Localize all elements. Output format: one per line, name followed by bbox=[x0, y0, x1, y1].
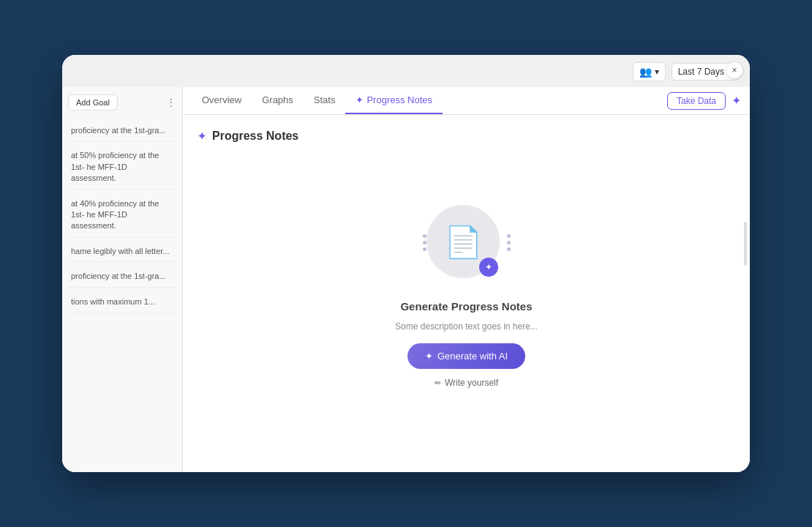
app-window: × 👥 ▾ Last 7 Days ▾ Add Goal ⋮ proficien… bbox=[62, 55, 750, 472]
pencil-icon: ✏ bbox=[435, 378, 441, 388]
dot bbox=[423, 234, 426, 238]
dots-right bbox=[507, 234, 511, 251]
empty-state-description: Some description text goes in here... bbox=[395, 321, 538, 332]
generate-with-ai-button[interactable]: ✦ Generate with AI bbox=[407, 343, 525, 369]
sparkle-badge: ✦ bbox=[479, 258, 498, 277]
generate-icon: ✦ bbox=[425, 351, 433, 362]
users-selector[interactable]: 👥 ▾ bbox=[633, 62, 666, 81]
more-options-icon[interactable]: ⋮ bbox=[166, 97, 176, 108]
scrollbar[interactable] bbox=[744, 222, 747, 266]
tab-progress-notes[interactable]: ✦Progress Notes bbox=[345, 87, 443, 114]
main-area: Add Goal ⋮ proficiency at the 1st-gra...… bbox=[62, 87, 750, 472]
list-item[interactable]: proficiency at the 1st-gra... bbox=[68, 121, 176, 141]
users-icon: 👥 bbox=[639, 66, 652, 78]
doc-circle: 📄 ✦ bbox=[426, 205, 500, 278]
dot bbox=[507, 241, 511, 244]
doc-illustration: 📄 ✦ bbox=[426, 205, 507, 285]
list-item[interactable]: at 40% proficiency at the 1st- he MFF-1D… bbox=[68, 194, 176, 237]
take-data-button[interactable]: Take Data bbox=[667, 92, 726, 110]
empty-state-title: Generate Progress Notes bbox=[400, 300, 532, 313]
tab-progress-notes-label: Progress Notes bbox=[366, 94, 432, 105]
content-body: ✦ Progress Notes 📄 ✦ bbox=[183, 115, 750, 472]
generate-label: Generate with AI bbox=[437, 351, 508, 362]
sparkle-action-button[interactable]: ✦ bbox=[732, 94, 741, 108]
section-title: ✦ Progress Notes bbox=[198, 130, 298, 143]
dot bbox=[423, 247, 426, 251]
sidebar: Add Goal ⋮ proficiency at the 1st-gra...… bbox=[62, 87, 183, 472]
close-button[interactable]: × bbox=[726, 62, 743, 78]
tab-stats[interactable]: Stats bbox=[304, 87, 346, 114]
content-area: Overview Graphs Stats ✦Progress Notes Ta… bbox=[183, 87, 750, 472]
sidebar-actions: Add Goal ⋮ bbox=[68, 94, 176, 111]
document-icon: 📄 bbox=[444, 224, 482, 260]
list-item[interactable]: proficiency at the 1st-gra... bbox=[68, 266, 176, 287]
date-filter-label: Last 7 Days bbox=[678, 67, 724, 77]
empty-state: 📄 ✦ Generate Progress Notes Some descrip… bbox=[198, 157, 735, 457]
section-sparkle-icon: ✦ bbox=[198, 130, 206, 142]
tab-overview[interactable]: Overview bbox=[192, 87, 252, 114]
dots-left bbox=[423, 234, 426, 251]
tab-graphs[interactable]: Graphs bbox=[252, 87, 304, 114]
section-title-text: Progress Notes bbox=[212, 130, 298, 143]
write-yourself-button[interactable]: ✏ Write yourself bbox=[435, 378, 498, 388]
dot bbox=[423, 241, 426, 244]
list-item[interactable]: tions with maximum 1... bbox=[68, 292, 176, 313]
list-item[interactable]: hame legibly with all letter... bbox=[68, 242, 176, 262]
write-yourself-label: Write yourself bbox=[445, 378, 498, 388]
dot bbox=[507, 234, 511, 238]
dot bbox=[507, 247, 511, 251]
tabs-right: Take Data ✦ bbox=[667, 92, 741, 110]
tab-progress-notes-icon: ✦ bbox=[356, 94, 364, 105]
users-dropdown-arrow: ▾ bbox=[655, 67, 659, 77]
add-goal-button[interactable]: Add Goal bbox=[68, 94, 118, 111]
list-item[interactable]: at 50% proficiency at the 1st- he MFF-1D… bbox=[68, 146, 176, 189]
tabs-bar: Overview Graphs Stats ✦Progress Notes Ta… bbox=[183, 87, 750, 115]
top-bar: 👥 ▾ Last 7 Days ▾ bbox=[62, 55, 750, 87]
